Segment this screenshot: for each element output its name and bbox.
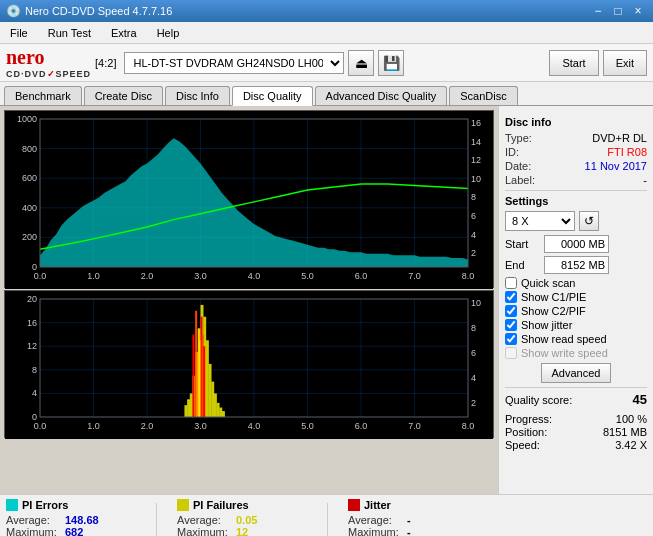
pi-failures-average: Average: 0.05: [177, 514, 307, 526]
show-jitter-row: Show jitter: [505, 319, 647, 331]
show-c1pie-row: Show C1/PIE: [505, 291, 647, 303]
speed-row-progress: Speed: 3.42 X: [505, 439, 647, 451]
disc-date-row: Date: 11 Nov 2017: [505, 160, 647, 172]
show-write-speed-checkbox[interactable]: [505, 347, 517, 359]
jitter-title: Jitter: [348, 499, 478, 511]
pi-errors-group: PI Errors Average: 148.68 Maximum: 682 T…: [6, 499, 136, 536]
drive-select[interactable]: HL-DT-ST DVDRAM GH24NSD0 LH00: [124, 52, 344, 74]
disc-type-value: DVD+R DL: [592, 132, 647, 144]
disc-id-row: ID: FTI R08: [505, 146, 647, 158]
end-input[interactable]: [544, 256, 609, 274]
show-read-speed-checkbox[interactable]: [505, 333, 517, 345]
speed-label: Speed:: [505, 439, 540, 451]
eject-button[interactable]: ⏏: [348, 50, 374, 76]
disc-id-label: ID:: [505, 146, 519, 158]
menu-help[interactable]: Help: [151, 25, 186, 41]
show-jitter-checkbox[interactable]: [505, 319, 517, 331]
tab-create-disc[interactable]: Create Disc: [84, 86, 163, 105]
top-chart: [4, 110, 494, 288]
disc-type-row: Type: DVD+R DL: [505, 132, 647, 144]
disc-id-value: FTI R08: [607, 146, 647, 158]
quality-score-row: Quality score: 45: [505, 392, 647, 407]
pi-failures-color: [177, 499, 189, 511]
speed-row: 8 X 4 X 6 X 12 X MAX ↺: [505, 211, 647, 231]
tab-disc-quality[interactable]: Disc Quality: [232, 86, 313, 106]
jitter-maximum: Maximum: -: [348, 526, 478, 536]
title-bar-controls: − □ ×: [589, 3, 647, 19]
tab-disc-info[interactable]: Disc Info: [165, 86, 230, 105]
position-label: Position:: [505, 426, 547, 438]
tabs-bar: Benchmark Create Disc Disc Info Disc Qua…: [0, 82, 653, 106]
pi-failures-group: PI Failures Average: 0.05 Maximum: 12 To…: [177, 499, 307, 536]
divider-1: [156, 503, 157, 536]
menu-extra[interactable]: Extra: [105, 25, 143, 41]
quick-scan-row: Quick scan: [505, 277, 647, 289]
progress-row: Progress: 100 %: [505, 413, 647, 425]
speed-value: 3.42 X: [615, 439, 647, 451]
app-icon: 💿: [6, 4, 21, 18]
disc-label-label: Label:: [505, 174, 535, 186]
show-c1pie-label: Show C1/PIE: [521, 291, 586, 303]
tab-scan-disc[interactable]: ScanDisc: [449, 86, 517, 105]
show-write-speed-row: Show write speed: [505, 347, 647, 359]
close-button[interactable]: ×: [629, 3, 647, 19]
nero-product: CD·DVD✓SPEED: [6, 69, 91, 79]
show-c2pif-checkbox[interactable]: [505, 305, 517, 317]
disc-date-label: Date:: [505, 160, 531, 172]
tab-benchmark[interactable]: Benchmark: [4, 86, 82, 105]
quality-score-label: Quality score:: [505, 394, 572, 406]
advanced-button[interactable]: Advanced: [541, 363, 612, 383]
toolbar: nero CD·DVD✓SPEED [4:2] HL-DT-ST DVDRAM …: [0, 44, 653, 82]
pi-errors-average: Average: 148.68: [6, 514, 136, 526]
charts-area: [0, 106, 498, 494]
end-input-row: End: [505, 256, 647, 274]
show-c2pif-label: Show C2/PIF: [521, 305, 586, 317]
position-value: 8151 MB: [603, 426, 647, 438]
start-button[interactable]: Start: [549, 50, 598, 76]
disc-label-row: Label: -: [505, 174, 647, 186]
main-content: Disc info Type: DVD+R DL ID: FTI R08 Dat…: [0, 106, 653, 494]
title-bar: 💿 Nero CD-DVD Speed 4.7.7.16 − □ ×: [0, 0, 653, 22]
save-button[interactable]: 💾: [378, 50, 404, 76]
exit-button[interactable]: Exit: [603, 50, 647, 76]
drive-label: [4:2]: [95, 57, 116, 69]
bottom-chart: [4, 290, 494, 438]
show-c1pie-checkbox[interactable]: [505, 291, 517, 303]
jitter-color: [348, 499, 360, 511]
quick-scan-checkbox[interactable]: [505, 277, 517, 289]
refresh-button[interactable]: ↺: [579, 211, 599, 231]
stats-bar: PI Errors Average: 148.68 Maximum: 682 T…: [0, 494, 653, 536]
disc-type-label: Type:: [505, 132, 532, 144]
quick-scan-label: Quick scan: [521, 277, 575, 289]
show-write-speed-label: Show write speed: [521, 347, 608, 359]
disc-label-value: -: [643, 174, 647, 186]
settings-title: Settings: [505, 195, 647, 207]
position-row: Position: 8151 MB: [505, 426, 647, 438]
app-title: Nero CD-DVD Speed 4.7.7.16: [25, 5, 172, 17]
start-input[interactable]: [544, 235, 609, 253]
jitter-group: Jitter Average: - Maximum: - PO failures…: [348, 499, 478, 536]
menu-file[interactable]: File: [4, 25, 34, 41]
pi-failures-maximum: Maximum: 12: [177, 526, 307, 536]
pi-errors-color: [6, 499, 18, 511]
pi-errors-title: PI Errors: [6, 499, 136, 511]
nero-logo: nero CD·DVD✓SPEED: [6, 46, 91, 79]
show-read-speed-row: Show read speed: [505, 333, 647, 345]
maximize-button[interactable]: □: [609, 3, 627, 19]
title-bar-left: 💿 Nero CD-DVD Speed 4.7.7.16: [6, 4, 172, 18]
quality-score-value: 45: [633, 392, 647, 407]
pi-errors-maximum: Maximum: 682: [6, 526, 136, 536]
disc-date-value: 11 Nov 2017: [585, 160, 647, 172]
progress-section: Progress: 100 % Position: 8151 MB Speed:…: [505, 413, 647, 451]
show-jitter-label: Show jitter: [521, 319, 572, 331]
minimize-button[interactable]: −: [589, 3, 607, 19]
speed-select[interactable]: 8 X 4 X 6 X 12 X MAX: [505, 211, 575, 231]
tab-advanced-disc-quality[interactable]: Advanced Disc Quality: [315, 86, 448, 105]
end-label: End: [505, 259, 540, 271]
disc-info-title: Disc info: [505, 116, 647, 128]
jitter-average: Average: -: [348, 514, 478, 526]
menu-bar: File Run Test Extra Help: [0, 22, 653, 44]
progress-value: 100 %: [616, 413, 647, 425]
show-c2pif-row: Show C2/PIF: [505, 305, 647, 317]
menu-run-test[interactable]: Run Test: [42, 25, 97, 41]
